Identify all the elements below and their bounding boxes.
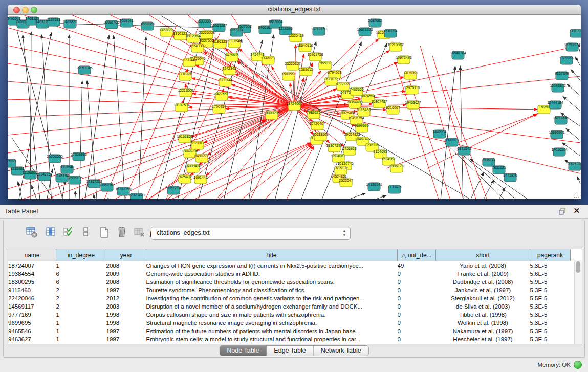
graph-node[interactable]: 16961758: [307, 53, 323, 61]
graph-node[interactable]: 6871542: [457, 147, 471, 155]
graph-node[interactable]: 18807299: [326, 144, 342, 152]
graph-node[interactable]: 20364486: [346, 100, 362, 108]
graph-node[interactable]: 9242848: [222, 67, 236, 75]
graph-node[interactable]: 1733426: [387, 185, 401, 193]
graph-edge[interactable]: [468, 172, 484, 199]
column-header-out_degree[interactable]: △ out_de...: [398, 249, 436, 261]
graph-node[interactable]: 7832621: [492, 166, 506, 174]
graph-node[interactable]: 10107534: [173, 103, 189, 112]
graph-node[interactable]: 8471876: [503, 173, 517, 182]
graph-node[interactable]: 12093872: [550, 84, 565, 92]
graph-edge[interactable]: [94, 194, 95, 199]
graph-edge[interactable]: [567, 84, 580, 96]
graph-node[interactable]: 12213967: [387, 43, 403, 51]
graph-node[interactable]: 20206556: [47, 155, 62, 163]
graph-edge[interactable]: [571, 70, 580, 80]
table-row[interactable]: 946554611997Estimation of the future num…: [8, 327, 575, 335]
graph-node[interactable]: 5878812: [190, 141, 204, 149]
new-table-icon[interactable]: [97, 225, 112, 240]
graph-node[interactable]: 16033809: [197, 19, 212, 28]
graph-node[interactable]: 10719153: [311, 27, 326, 35]
graph-node[interactable]: 23220357: [285, 62, 300, 70]
graph-edge[interactable]: [184, 143, 311, 199]
graph-node[interactable]: 19463627: [405, 101, 421, 109]
graph-node[interactable]: 2069141: [119, 19, 133, 27]
graph-edge[interactable]: [84, 35, 109, 199]
graph-node[interactable]: 1111734: [570, 29, 581, 37]
graph-edge[interactable]: [108, 198, 110, 199]
graph-node[interactable]: 15692971: [549, 130, 564, 139]
graph-node[interactable]: 16099438: [185, 164, 201, 172]
graph-node[interactable]: 1362615: [299, 68, 313, 76]
table-row[interactable]: 911546021997Tourette syndrome. Phenomeno…: [8, 286, 575, 294]
network-canvas[interactable]: 1872400718300295193845547463822886012389…: [8, 15, 581, 199]
graph-node[interactable]: 16648784: [450, 51, 466, 59]
graph-node[interactable]: 5475685: [225, 53, 238, 61]
graph-node[interactable]: 1463822: [63, 20, 77, 28]
graph-node[interactable]: 9397548: [60, 165, 74, 173]
graph-node[interactable]: 9777169: [336, 82, 350, 91]
graph-node[interactable]: 12213503: [178, 89, 193, 97]
table-row[interactable]: 977716911998Corpus callosum shape and si…: [8, 311, 575, 319]
graph-node[interactable]: 3915921: [8, 159, 17, 167]
table-settings-icon[interactable]: [24, 225, 39, 240]
memory-status-indicator[interactable]: [574, 361, 582, 369]
graph-node[interactable]: 20691406: [103, 20, 119, 29]
graph-node[interactable]: 1588563: [281, 72, 295, 80]
graph-node[interactable]: 23226058: [199, 31, 214, 39]
graph-node[interactable]: 20053346: [76, 66, 92, 74]
network-window-titlebar[interactable]: citations_edges.txt: [8, 5, 581, 15]
graph-edge[interactable]: [432, 56, 477, 199]
graph-edge[interactable]: [566, 128, 580, 141]
graph-edge[interactable]: [114, 35, 125, 199]
column-header-year[interactable]: year: [106, 249, 146, 261]
graph-node[interactable]: 1157231: [47, 18, 61, 26]
table-vertical-scrollbar[interactable]: [574, 260, 582, 344]
graph-node[interactable]: 2935114: [482, 158, 496, 166]
tab-network-table[interactable]: Network Table: [313, 346, 368, 356]
graph-node[interactable]: 2218596: [278, 27, 292, 35]
table-row[interactable]: 969969511998Structural magnetic resonanc…: [8, 319, 575, 327]
float-panel-icon[interactable]: [558, 207, 567, 215]
graph-node[interactable]: 7463822: [159, 28, 173, 36]
tab-node-table[interactable]: Node Table: [220, 346, 266, 356]
table-row[interactable]: 1456911722003Disruption of a novel membe…: [8, 302, 575, 311]
graph-node[interactable]: 14136141: [366, 183, 382, 191]
graph-node[interactable]: 8912954: [186, 34, 200, 42]
graph-node[interactable]: 8498222: [194, 154, 208, 162]
graph-node[interactable]: 10807487: [371, 100, 387, 108]
graph-node[interactable]: 9684067: [331, 154, 345, 162]
graph-node[interactable]: 1663323: [140, 22, 154, 30]
graph-node[interactable]: 15751074: [564, 43, 580, 51]
graph-node[interactable]: 2803144: [218, 78, 232, 86]
graph-node[interactable]: 18724007: [286, 102, 302, 110]
graph-node[interactable]: 12505135: [67, 176, 82, 184]
graph-edge[interactable]: [460, 66, 463, 199]
graph-node[interactable]: 8860123: [173, 32, 187, 40]
table-selector-dropdown[interactable]: citations_edges.txt ▲▼: [151, 227, 351, 240]
graph-edge[interactable]: [206, 106, 294, 176]
graph-node[interactable]: 12342757: [36, 172, 52, 181]
graph-node[interactable]: 9857791: [166, 186, 180, 194]
scrollbar-thumb[interactable]: [576, 261, 580, 273]
graph-node[interactable]: 2687682: [368, 19, 382, 27]
graph-node[interactable]: 15720407: [309, 122, 325, 130]
table-row[interactable]: 1872400712008Changes of HCN gene express…: [8, 261, 575, 270]
graph-node[interactable]: 18640910: [297, 43, 313, 52]
graph-node[interactable]: 1700954: [212, 105, 226, 113]
graph-edge[interactable]: [8, 81, 294, 106]
graph-node[interactable]: 10958167: [99, 183, 115, 191]
graph-edge[interactable]: [335, 193, 366, 199]
graph-edge[interactable]: [143, 33, 220, 199]
graph-node[interactable]: 7857234: [229, 28, 243, 36]
graph-node[interactable]: 9699695: [355, 124, 368, 132]
graph-node[interactable]: 15958: [538, 105, 550, 114]
graph-node[interactable]: 16210643: [553, 116, 569, 124]
rows-icon[interactable]: [78, 225, 94, 240]
graph-node[interactable]: 8938921: [445, 138, 459, 146]
graph-node[interactable]: 10973493: [396, 56, 411, 64]
column-header-title[interactable]: title: [146, 249, 398, 261]
graph-node[interactable]: 19495754: [348, 116, 364, 124]
graph-node[interactable]: 8427552: [214, 92, 228, 100]
graph-node[interactable]: 7986372: [307, 111, 320, 119]
